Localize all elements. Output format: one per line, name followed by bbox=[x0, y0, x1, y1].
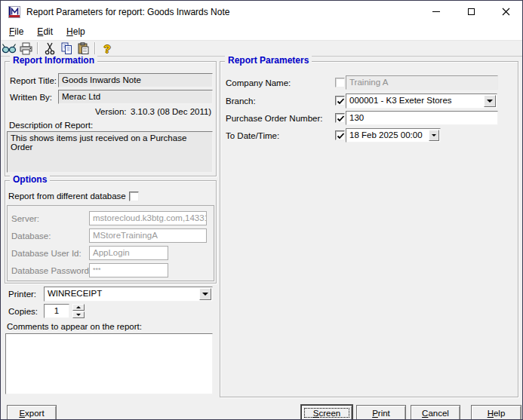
copies-down-button[interactable] bbox=[72, 311, 85, 318]
purchase-order-number-field[interactable]: 130 bbox=[346, 111, 498, 125]
written-by-label: Written By: bbox=[10, 93, 52, 102]
copy-icon[interactable] bbox=[58, 41, 75, 56]
chevron-down-icon bbox=[76, 314, 81, 316]
printer-value: WINRECEIPT bbox=[48, 289, 197, 298]
report-information-header: Report Information bbox=[10, 55, 97, 66]
database-password-field: *** bbox=[89, 263, 168, 277]
company-name-field: Training A bbox=[346, 75, 498, 90]
to-date-time-picker[interactable]: 18 Feb 2025 00:00 bbox=[346, 128, 441, 143]
report-title-field: Goods Inwards Note bbox=[58, 73, 213, 87]
copies-label: Copies: bbox=[8, 307, 38, 316]
close-icon bbox=[502, 8, 510, 16]
version-value: 3.10.3 (08 Dec 2011) bbox=[131, 107, 211, 116]
printer-combobox[interactable]: WINRECEIPT bbox=[44, 287, 213, 302]
to-date-time-label: To Date/Time: bbox=[226, 131, 279, 140]
date-dropdown-button[interactable] bbox=[429, 130, 439, 141]
database-label: Database: bbox=[11, 231, 51, 241]
report-title-label: Report Title: bbox=[10, 76, 57, 85]
window-title: Report Parameters for report: Goods Inwa… bbox=[26, 7, 229, 17]
branch-value: 000001 - K3 Exeter Stores bbox=[349, 96, 481, 105]
version-label: Version: bbox=[95, 107, 127, 116]
close-button[interactable] bbox=[488, 1, 523, 23]
print-icon[interactable] bbox=[17, 41, 34, 56]
report-parameters-dialog: Report Parameters for report: Goods Inwa… bbox=[0, 0, 523, 420]
minimize-button[interactable] bbox=[419, 1, 454, 23]
menu-help[interactable]: Help bbox=[60, 25, 92, 38]
help-button[interactable]: Help bbox=[471, 405, 521, 420]
branch-dropdown-button[interactable] bbox=[484, 95, 496, 107]
different-database-checkbox[interactable] bbox=[129, 192, 139, 201]
chevron-down-icon bbox=[202, 293, 208, 296]
database-user-id-field: AppLogin bbox=[89, 246, 168, 260]
minimize-icon bbox=[432, 11, 440, 12]
database-field: MStoreTrainingA bbox=[89, 228, 207, 243]
app-logo-icon bbox=[8, 6, 20, 18]
database-password-label: Database Password: bbox=[11, 266, 91, 275]
description-field: This shows items just received on a Purc… bbox=[7, 131, 213, 173]
copies-field[interactable]: 1 bbox=[44, 304, 69, 318]
chevron-down-icon bbox=[487, 100, 493, 103]
menu-file[interactable]: File bbox=[2, 25, 30, 38]
different-database-label: Report from different database bbox=[8, 192, 126, 201]
to-date-time-value: 18 Feb 2025 00:00 bbox=[349, 130, 425, 139]
print-button[interactable]: Print bbox=[356, 405, 406, 420]
toolbar-separator bbox=[94, 42, 96, 54]
printer-dropdown-button[interactable] bbox=[199, 288, 211, 300]
options-header: Options bbox=[10, 174, 50, 185]
company-name-label: Company Name: bbox=[226, 78, 291, 87]
maximize-icon bbox=[468, 8, 475, 15]
chevron-down-icon bbox=[432, 134, 436, 136]
purchase-order-number-label: Purchase Order Number: bbox=[226, 114, 322, 123]
printer-label: Printer: bbox=[8, 290, 36, 299]
branch-label: Branch: bbox=[226, 97, 256, 106]
preview-icon[interactable] bbox=[1, 41, 17, 56]
toolbar-separator bbox=[37, 42, 38, 54]
title-bar: Report Parameters for report: Goods Inwa… bbox=[1, 1, 522, 23]
menu-edit[interactable]: Edit bbox=[30, 25, 60, 38]
chevron-up-icon bbox=[76, 306, 81, 308]
menu-bar: File Edit Help bbox=[1, 23, 522, 40]
toolbar: ? bbox=[1, 40, 522, 57]
written-by-field: Merac Ltd bbox=[58, 90, 213, 104]
cut-icon[interactable] bbox=[42, 41, 58, 56]
paste-icon[interactable] bbox=[75, 41, 91, 56]
company-name-checkbox bbox=[335, 78, 345, 87]
branch-checkbox[interactable] bbox=[335, 96, 345, 106]
to-date-time-checkbox[interactable] bbox=[335, 130, 345, 140]
database-user-id-label: Database User Id: bbox=[11, 249, 82, 258]
comments-label: Comments to appear on the report: bbox=[7, 322, 142, 331]
cancel-button[interactable]: Cancel bbox=[411, 405, 460, 420]
description-label: Description of Report: bbox=[9, 121, 93, 130]
export-button[interactable]: Export bbox=[7, 405, 57, 420]
server-field: mstorecloud.k3btg.com,14331 bbox=[89, 211, 207, 225]
purchase-order-number-checkbox[interactable] bbox=[335, 113, 345, 123]
branch-combobox[interactable]: 000001 - K3 Exeter Stores bbox=[346, 94, 497, 109]
copies-up-button[interactable] bbox=[72, 304, 85, 311]
server-label: Server: bbox=[11, 214, 39, 223]
help-icon[interactable]: ? bbox=[99, 41, 115, 56]
maximize-button[interactable] bbox=[454, 1, 488, 23]
comments-textarea[interactable] bbox=[5, 333, 213, 394]
screen-button[interactable]: Screen bbox=[301, 405, 352, 420]
report-parameters-header: Report Parameters bbox=[225, 55, 312, 66]
